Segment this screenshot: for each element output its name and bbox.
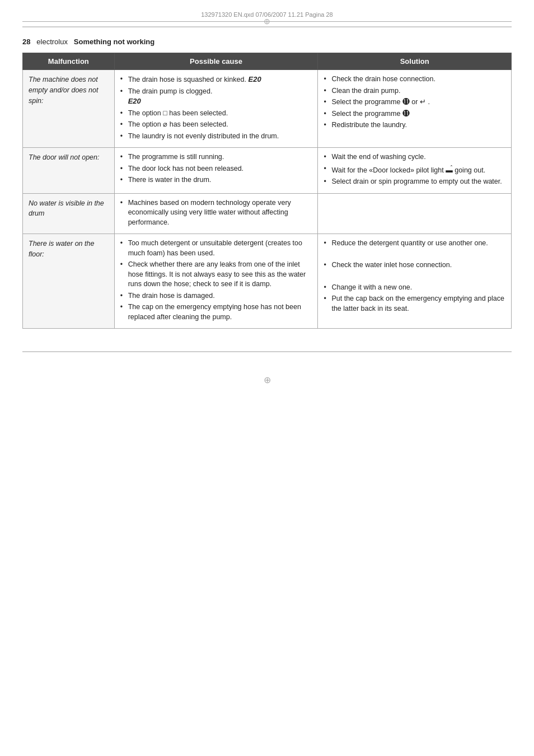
- col-malfunction: Malfunction: [23, 53, 115, 70]
- cause-cell: Machines based on modern technology oper…: [114, 193, 318, 234]
- solution-cell: [318, 193, 512, 234]
- cause-cell: The programme is still running. The door…: [114, 148, 318, 194]
- table-row: No water is visible in the drum Machines…: [23, 193, 512, 234]
- table-row: There is water on the floor: Too much de…: [23, 234, 512, 329]
- page-header: 132971320 EN.qxd 07/06/2007 11.21 Pagina…: [22, 11, 512, 22]
- cause-cell: Too much detergent or unsuitable deterge…: [114, 234, 318, 329]
- solution-cell: Wait the end of washing cycle. Wait for …: [318, 148, 512, 194]
- page-number: 28: [22, 38, 30, 46]
- malfunction-cell: The machine does not empty and/or does n…: [23, 70, 115, 148]
- malfunction-cell: No water is visible in the drum: [23, 193, 115, 234]
- table-row: The door will not open: The programme is…: [23, 148, 512, 194]
- solution-cell: Check the drain hose connection. Clean t…: [318, 70, 512, 148]
- malfunction-cell: The door will not open:: [23, 148, 115, 194]
- malfunction-cell: There is water on the floor:: [23, 234, 115, 329]
- section-title: 28 electrolux Something not working: [22, 38, 512, 46]
- section-heading: Something not working: [74, 38, 154, 46]
- crosshair-top: ⊕: [264, 17, 270, 26]
- malfunction-table: Malfunction Possible cause Solution The …: [22, 53, 512, 329]
- solution-cell: Reduce the detergent quantity or use ano…: [318, 234, 512, 329]
- brand-name: electrolux: [36, 38, 68, 46]
- cause-cell: The drain hose is squashed or kinked. E2…: [114, 70, 318, 148]
- table-row: The machine does not empty and/or does n…: [23, 70, 512, 148]
- col-cause: Possible cause: [114, 53, 318, 70]
- crosshair-bottom: ⊕: [22, 375, 512, 385]
- col-solution: Solution: [318, 53, 512, 70]
